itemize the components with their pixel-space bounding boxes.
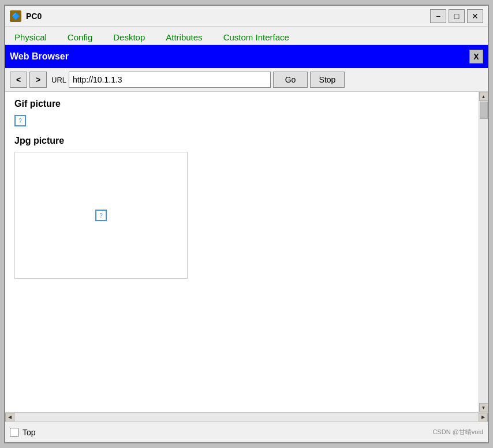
window-controls: − □ ✕ bbox=[430, 9, 483, 23]
top-label: Top bbox=[23, 428, 36, 437]
url-label: URL bbox=[51, 76, 66, 84]
vertical-scrollbar[interactable]: ▲ ▼ bbox=[479, 92, 488, 412]
web-browser-bar: Web Browser X bbox=[5, 45, 488, 68]
tab-physical[interactable]: Physical bbox=[10, 30, 51, 44]
top-checkbox[interactable] bbox=[10, 428, 19, 437]
scroll-up-arrow[interactable]: ▲ bbox=[479, 92, 488, 101]
jpg-section: Jpg picture ? bbox=[14, 136, 469, 279]
go-button[interactable]: Go bbox=[273, 72, 308, 88]
tab-custom-interface[interactable]: Custom Interface bbox=[219, 30, 294, 44]
minimize-button[interactable]: − bbox=[430, 9, 446, 23]
title-bar-left: 🔷 PC0 bbox=[10, 10, 42, 22]
jpg-image-container: ? bbox=[14, 152, 188, 279]
window-close-button[interactable]: ✕ bbox=[467, 9, 483, 23]
title-bar: 🔷 PC0 − □ ✕ bbox=[5, 6, 488, 27]
tab-attributes[interactable]: Attributes bbox=[161, 30, 207, 44]
main-content: Gif picture ? Jpg picture ? bbox=[5, 92, 479, 412]
tab-config[interactable]: Config bbox=[63, 30, 97, 44]
tab-desktop[interactable]: Desktop bbox=[109, 30, 150, 44]
watermark: CSDN @甘晴void bbox=[432, 428, 483, 436]
maximize-button[interactable]: □ bbox=[449, 9, 465, 23]
scroll-down-arrow[interactable]: ▼ bbox=[479, 403, 488, 412]
web-browser-close-button[interactable]: X bbox=[469, 50, 483, 64]
scroll-left-arrow[interactable]: ◀ bbox=[5, 413, 14, 422]
stop-button[interactable]: Stop bbox=[310, 72, 345, 88]
url-input[interactable] bbox=[69, 72, 271, 88]
scroll-track-v bbox=[479, 101, 488, 403]
scroll-thumb-v[interactable] bbox=[480, 102, 488, 119]
web-browser-title: Web Browser bbox=[10, 51, 69, 62]
jpg-section-title: Jpg picture bbox=[14, 136, 469, 146]
bottom-bar: Top CSDN @甘晴void bbox=[5, 421, 488, 442]
scroll-right-arrow[interactable]: ▶ bbox=[479, 413, 488, 422]
scroll-track-h bbox=[14, 413, 479, 421]
nav-tabs: Physical Config Desktop Attributes Custo… bbox=[5, 27, 488, 45]
gif-section-title: Gif picture bbox=[14, 99, 469, 109]
main-window: 🔷 PC0 − □ ✕ Physical Config Desktop Attr… bbox=[4, 5, 489, 443]
browser-toolbar: < > URL Go Stop bbox=[5, 68, 488, 92]
content-and-scrollbar: Gif picture ? Jpg picture ? ▲ ▼ bbox=[5, 92, 488, 412]
bottom-left: Top bbox=[10, 428, 36, 437]
back-button[interactable]: < bbox=[10, 72, 27, 88]
app-icon: 🔷 bbox=[10, 10, 21, 22]
window-title: PC0 bbox=[26, 12, 42, 21]
jpg-image-placeholder: ? bbox=[95, 210, 107, 221]
forward-button[interactable]: > bbox=[29, 72, 47, 88]
horizontal-scrollbar[interactable]: ◀ ▶ bbox=[5, 412, 488, 421]
gif-image-placeholder: ? bbox=[14, 115, 26, 126]
